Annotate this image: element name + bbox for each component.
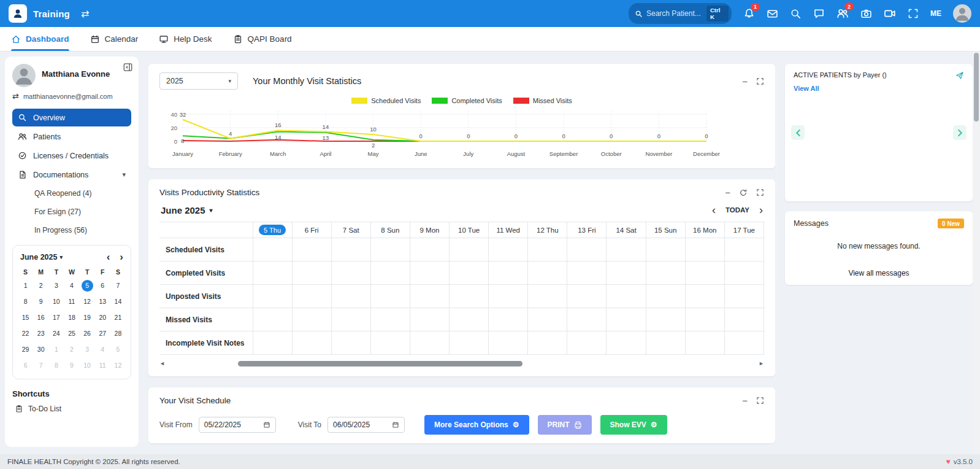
prod-day-header[interactable]: 17 Tue — [724, 222, 764, 238]
prod-cell[interactable] — [370, 308, 410, 331]
calendar-day[interactable]: 10 — [82, 360, 93, 371]
visit-to-value[interactable] — [333, 421, 382, 429]
prod-cell[interactable] — [370, 285, 410, 308]
prod-cell[interactable] — [410, 238, 449, 262]
calendar-day[interactable]: 12 — [82, 296, 93, 308]
prod-cell[interactable] — [489, 331, 528, 355]
prod-cell[interactable] — [253, 262, 292, 285]
calendar-day[interactable]: 8 — [20, 296, 31, 308]
scrollbar-thumb[interactable] — [238, 361, 522, 366]
prod-cell[interactable] — [450, 308, 489, 331]
prod-cell[interactable] — [331, 262, 370, 285]
prod-cell[interactable] — [607, 238, 646, 262]
tab-qapi-board[interactable]: QAPI Board — [233, 27, 292, 51]
calendar-prev-button[interactable]: ‹ — [107, 252, 110, 262]
prod-cell[interactable] — [292, 331, 331, 355]
prod-cell[interactable] — [646, 238, 685, 262]
me-label[interactable]: ME — [930, 9, 941, 18]
calendar-day[interactable]: 2 — [66, 344, 77, 355]
prod-cell[interactable] — [253, 308, 292, 331]
prod-cell[interactable] — [450, 331, 489, 355]
calendar-day[interactable]: 15 — [20, 312, 31, 324]
visit-to-input[interactable] — [327, 417, 405, 433]
prod-cell[interactable] — [370, 331, 410, 355]
calendar-day[interactable]: 1 — [50, 344, 62, 355]
prod-cell[interactable] — [646, 285, 685, 308]
calendar-day[interactable]: 10 — [50, 296, 62, 308]
prod-cell[interactable] — [489, 285, 528, 308]
calendar-day[interactable]: 7 — [35, 360, 47, 371]
global-search-button[interactable] — [790, 8, 802, 20]
carousel-prev-button[interactable] — [791, 125, 805, 140]
prod-cell[interactable] — [567, 285, 607, 308]
sidebar-item-patients[interactable]: Patients — [12, 128, 131, 145]
prod-cell[interactable] — [253, 238, 292, 262]
prod-cell[interactable] — [567, 331, 607, 355]
calendar-day[interactable]: 14 — [112, 296, 124, 308]
prod-cell[interactable] — [331, 308, 370, 331]
prod-cell[interactable] — [685, 238, 724, 262]
sidebar-item-for-esign[interactable]: For Esign (27) — [12, 203, 131, 220]
calendar-day[interactable]: 20 — [97, 312, 109, 324]
notifications-button[interactable]: 1 — [743, 8, 755, 20]
prod-cell[interactable] — [253, 331, 292, 355]
prod-cell[interactable] — [253, 285, 292, 308]
calendar-day[interactable]: 12 — [112, 360, 124, 371]
prod-cell[interactable] — [724, 285, 764, 308]
prod-cell[interactable] — [607, 262, 646, 285]
calendar-day[interactable]: 28 — [112, 328, 124, 339]
prod-cell[interactable] — [724, 238, 764, 262]
calendar-day[interactable]: 1 — [20, 280, 31, 292]
prod-cell[interactable] — [528, 285, 567, 308]
calendar-day[interactable]: 30 — [35, 344, 47, 355]
prod-cell[interactable] — [685, 262, 724, 285]
carousel-next-button[interactable] — [953, 125, 967, 140]
sidebar-item-in-progress[interactable]: In Progress (56) — [12, 222, 131, 239]
prod-cell[interactable] — [489, 262, 528, 285]
calendar-day[interactable]: 3 — [82, 344, 93, 355]
year-select[interactable]: 2025 ▾ — [159, 72, 238, 90]
sidebar-item-overview[interactable]: Overview — [12, 109, 131, 126]
calendar-day[interactable]: 9 — [35, 296, 47, 308]
calendar-day[interactable]: 17 — [50, 312, 62, 324]
calendar-day[interactable]: 24 — [50, 328, 62, 339]
calendar-day[interactable]: 18 — [66, 312, 77, 324]
prod-cell[interactable] — [607, 331, 646, 355]
chat-button[interactable] — [813, 8, 825, 20]
calendar-day[interactable]: 11 — [66, 296, 77, 308]
prod-cell[interactable] — [528, 238, 567, 262]
video-button[interactable] — [884, 7, 896, 20]
calendar-day[interactable]: 16 — [35, 312, 47, 324]
scroll-right-arrow[interactable]: ► — [759, 360, 764, 366]
today-button[interactable]: TODAY — [725, 206, 749, 214]
calendar-day[interactable]: 19 — [82, 312, 93, 324]
view-all-messages-link[interactable]: View all messages — [794, 269, 964, 277]
scroll-left-arrow[interactable]: ◄ — [159, 360, 165, 366]
switch-arrows-icon[interactable]: ⇄ — [12, 91, 19, 101]
sidebar-collapse-button[interactable] — [123, 63, 132, 74]
calendar-day[interactable]: 5 — [82, 280, 93, 292]
productivity-month-select[interactable]: June 2025 ▾ — [161, 205, 213, 215]
sidebar-item-documentations[interactable]: Documentations ▾ — [12, 166, 131, 184]
patients-queue-button[interactable]: 2 — [836, 7, 849, 20]
calendar-day[interactable]: 26 — [82, 328, 93, 339]
view-all-link[interactable]: View All — [794, 85, 819, 92]
prod-cell[interactable] — [331, 331, 370, 355]
refresh-icon[interactable] — [739, 188, 748, 197]
calendar-day[interactable]: 4 — [97, 344, 109, 355]
prod-cell[interactable] — [292, 262, 331, 285]
page-scrollbar[interactable] — [973, 52, 980, 454]
calendar-day[interactable]: 9 — [66, 360, 77, 371]
page-scrollbar-thumb[interactable] — [974, 53, 979, 122]
minimize-icon[interactable]: − — [742, 77, 748, 86]
tab-dashboard[interactable]: Dashboard — [11, 27, 69, 51]
expand-icon[interactable] — [756, 77, 764, 85]
show-evv-button[interactable]: Show EVV⚙ — [600, 415, 667, 435]
app-logo[interactable] — [9, 4, 27, 23]
calendar-day[interactable]: 2 — [35, 280, 47, 292]
prod-cell[interactable] — [567, 308, 607, 331]
shortcut-to-do-list[interactable]: To-Do List — [12, 405, 131, 413]
calendar-day[interactable]: 5 — [112, 344, 124, 355]
prod-cell[interactable] — [370, 238, 410, 262]
mini-calendar-month[interactable]: June 2025 — [20, 253, 57, 262]
